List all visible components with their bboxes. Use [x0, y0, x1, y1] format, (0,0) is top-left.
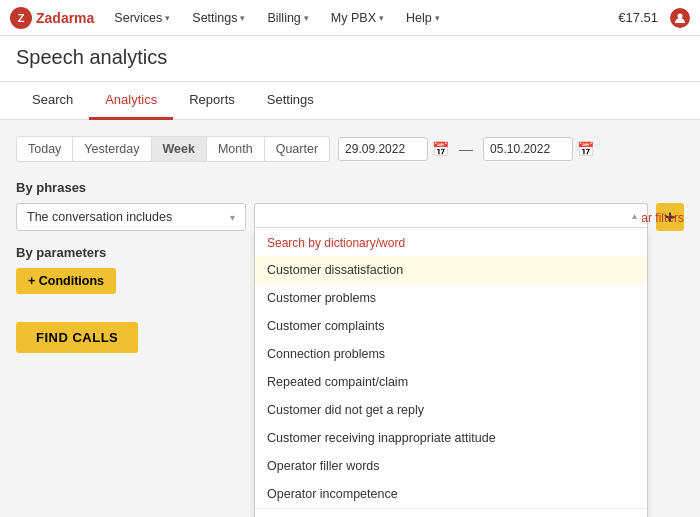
nav-item-services[interactable]: Services ▾ [104, 0, 180, 36]
main-content: Today Yesterday Week Month Quarter 📅 — 📅… [0, 120, 700, 479]
nav-item-settings[interactable]: Settings ▾ [182, 0, 255, 36]
page-title: Speech analytics [16, 46, 684, 69]
user-avatar-icon[interactable] [670, 8, 690, 28]
dropdown-list: Search by dictionary/word Customer dissa… [254, 228, 648, 517]
conditions-button[interactable]: + Conditions [16, 268, 116, 294]
chevron-down-icon: ▾ [240, 13, 245, 23]
conversation-includes-select[interactable]: The conversation includes ▾ [16, 203, 246, 231]
search-dropdown-wrap: ▴ Search by dictionary/word Customer dis… [254, 203, 648, 228]
tabs-bar: Search Analytics Reports Settings [0, 82, 700, 120]
period-week[interactable]: Week [152, 137, 207, 161]
list-item[interactable]: Customer did not get a reply [255, 396, 647, 424]
date-end-input[interactable] [483, 137, 573, 161]
nav-item-help[interactable]: Help ▾ [396, 0, 450, 36]
chevron-down-icon: ▾ [435, 13, 440, 23]
list-item[interactable]: Connection problems [255, 340, 647, 368]
chevron-down-icon: ▾ [379, 13, 384, 23]
list-item[interactable]: Customer receiving inappropriate attitud… [255, 424, 647, 452]
nav-item-billing[interactable]: Billing ▾ [257, 0, 318, 36]
search-trigger[interactable]: ▴ [254, 203, 648, 228]
phrases-section-label: By phrases [16, 180, 684, 195]
example-text: For example: find calls that have filler… [255, 508, 647, 517]
period-today[interactable]: Today [17, 137, 73, 161]
brand[interactable]: Z Zadarma [10, 7, 94, 29]
list-item[interactable]: Customer complaints [255, 312, 647, 340]
svg-point-0 [678, 13, 683, 18]
period-yesterday[interactable]: Yesterday [73, 137, 151, 161]
nav-items: Services ▾ Settings ▾ Billing ▾ My PBX ▾… [104, 0, 618, 36]
tab-analytics[interactable]: Analytics [89, 82, 173, 120]
date-start-input[interactable] [338, 137, 428, 161]
date-separator: — [457, 141, 475, 157]
date-start-wrap: 📅 [338, 137, 449, 161]
list-item[interactable]: Customer dissatisfaction [255, 256, 647, 284]
list-item[interactable]: Repeated compaint/claim [255, 368, 647, 396]
navbar: Z Zadarma Services ▾ Settings ▾ Billing … [0, 0, 700, 36]
date-end-wrap: 📅 [483, 137, 594, 161]
chevron-down-icon: ▾ [230, 212, 235, 223]
period-month[interactable]: Month [207, 137, 265, 161]
tab-reports[interactable]: Reports [173, 82, 251, 120]
page-header: Speech analytics [0, 36, 700, 82]
tab-search[interactable]: Search [16, 82, 89, 120]
phrases-row: The conversation includes ▾ ▴ Search by … [16, 203, 684, 231]
brand-name: Zadarma [36, 10, 94, 26]
brand-logo: Z [10, 7, 32, 29]
clear-filters-link[interactable]: ar filters [641, 211, 684, 225]
find-calls-button[interactable]: FIND CALLS [16, 322, 138, 353]
chevron-up-icon: ▴ [632, 210, 637, 221]
list-item[interactable]: Operator filler words [255, 452, 647, 480]
period-buttons: Today Yesterday Week Month Quarter [16, 136, 330, 162]
balance-display: €17.51 [618, 10, 658, 25]
calendar-end-icon[interactable]: 📅 [577, 141, 594, 157]
nav-right: €17.51 [618, 8, 690, 28]
dropdown-header: Search by dictionary/word [255, 228, 647, 256]
chevron-down-icon: ▾ [304, 13, 309, 23]
date-range-row: Today Yesterday Week Month Quarter 📅 — 📅 [16, 136, 684, 162]
calendar-start-icon[interactable]: 📅 [432, 141, 449, 157]
nav-item-mypbx[interactable]: My PBX ▾ [321, 0, 394, 36]
list-item[interactable]: Operator incompetence [255, 480, 647, 508]
chevron-down-icon: ▾ [165, 13, 170, 23]
tab-settings[interactable]: Settings [251, 82, 330, 120]
period-quarter[interactable]: Quarter [265, 137, 329, 161]
list-item[interactable]: Customer problems [255, 284, 647, 312]
